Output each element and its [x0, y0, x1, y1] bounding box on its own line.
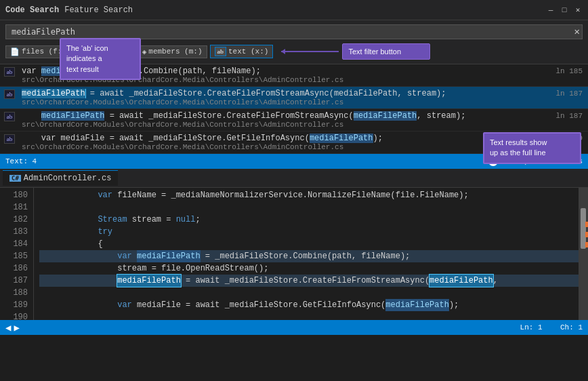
result-line-num: ln 187 — [550, 109, 588, 131]
result-icon-wrapper: ab — [0, 64, 19, 86]
editor-tab[interactable]: C# AdminController.cs — [3, 170, 118, 186]
result-path: src\OrchardCore.Modules\OrchardCore.Medi… — [22, 98, 547, 106]
line-number: 187 — [0, 275, 28, 287]
filter-members[interactable]: ◈ members (m:) — [138, 45, 207, 58]
result-code-line: var mediaFile = await _mediaFileStore.Ge… — [22, 134, 547, 143]
member-icon: ◈ — [142, 47, 147, 56]
title-code-search: Code Search — [5, 5, 59, 15]
line-number: 185 — [0, 250, 28, 262]
code-line: { — [39, 238, 579, 250]
result-code-line: mediaFilePath = await _mediaFileStore.Cr… — [22, 111, 547, 121]
filter-text-label: text (x:) — [228, 47, 268, 56]
ab-icon: ab — [215, 47, 227, 56]
line-number: 186 — [0, 262, 28, 275]
line-number: 181 — [0, 201, 28, 214]
highlight-match: mediaFilePath — [41, 111, 105, 121]
code-line — [39, 201, 579, 214]
text-results-callout: Text results showup as the full line — [483, 132, 581, 164]
scrollbar-highlight — [585, 222, 588, 227]
search-results-area: ✕ 📄 files (f:) ⊡ types (t:) ◈ members (m… — [0, 20, 588, 154]
minimize-button[interactable]: — — [546, 5, 555, 15]
highlight-187-b: mediaFilePath — [429, 275, 493, 287]
file-icon: 📄 — [10, 47, 20, 56]
result-content: var mediaFile = await _mediaFileStore.Ge… — [19, 132, 550, 153]
line-number: 189 — [0, 299, 28, 311]
next-button[interactable]: ▶ — [14, 322, 19, 334]
result-ab-icon: ab — [4, 134, 16, 144]
editor-footer: ◀ ▶ Ln: 1 Ch: 1 — [0, 320, 588, 335]
title-bar-controls: — □ ✕ — [546, 5, 583, 15]
result-item[interactable]: ab mediaFilePath = await _mediaFileStore… — [0, 109, 588, 132]
code-line: var fileName = _mediaNameNormalizerServi… — [39, 189, 579, 201]
result-ab-icon: ab — [4, 112, 16, 121]
text-count: Text: 4 — [5, 157, 37, 165]
filter-text[interactable]: ab text (x:) — [210, 45, 274, 58]
line-number: 183▼ — [0, 226, 28, 238]
cursor-position: Ln: 1 Ch: 1 — [520, 323, 583, 332]
scrollbar-highlight-3 — [585, 242, 588, 247]
result-content: mediaFilePath = await _mediaFileStore.Cr… — [19, 109, 550, 131]
line-indicator: Ln: 1 — [520, 323, 543, 332]
text-filter-callout-connector: Text filter button — [281, 43, 430, 60]
result-line-num: ln 187 — [550, 87, 588, 108]
search-input[interactable] — [5, 24, 583, 39]
svg-marker-1 — [281, 49, 285, 54]
code-line-187: mediaFilePath = await _mediaFileStore.Cr… — [39, 275, 579, 287]
result-ab-icon: ab — [4, 67, 16, 77]
main-container: Code Search Feature Search — □ ✕ ✕ 📄 fil… — [0, 0, 588, 381]
filter-members-label: members (m:) — [148, 47, 202, 56]
code-line: Stream stream = null; — [39, 214, 579, 226]
restore-button[interactable]: □ — [560, 5, 569, 15]
result-icon-wrapper: ab — [0, 132, 19, 153]
code-line: stream = file.OpenReadStream(); — [39, 262, 579, 275]
highlight-selected-match: mediaFilePath — [22, 89, 85, 98]
arrow-svg — [281, 45, 342, 58]
line-number: 190 — [0, 311, 28, 320]
editor-scrollbar[interactable] — [579, 188, 588, 320]
char-indicator: Ch: 1 — [560, 323, 583, 332]
result-ab-icon: ab — [4, 89, 16, 99]
editor-tab-filename: AdminController.cs — [24, 174, 112, 183]
highlight-185: mediaFilePath — [137, 250, 201, 262]
result-path: src\OrchardCore.Modules\OrchardCore.Medi… — [22, 143, 547, 151]
result-path: src\OrchardCore.Modules\OrchardCore.Medi… — [22, 121, 547, 129]
editor-body: 180 181 182 183▼ 184 185 186 187 188 189… — [0, 188, 588, 320]
result-item[interactable]: ab mediaFilePath = await _mediaFileStore… — [0, 87, 588, 109]
highlight-187-a: mediaFilePath — [117, 275, 181, 287]
status-left: Text: 4 — [5, 157, 37, 165]
line-numbers: 180 181 182 183▼ 184 185 186 187 188 189… — [0, 188, 34, 320]
clear-search-button[interactable]: ✕ — [574, 27, 580, 37]
result-code-line: mediaFilePath = await _mediaFileStore.Cr… — [22, 89, 547, 98]
footer-nav: ◀ ▶ — [5, 322, 20, 334]
prev-button[interactable]: ◀ — [5, 322, 11, 334]
scrollbar-highlight-2 — [585, 232, 588, 237]
editor-tab-bar: C# AdminController.cs — [0, 169, 588, 188]
line-number: 182 — [0, 214, 28, 226]
code-content: var fileName = _mediaNameNormalizerServi… — [34, 188, 579, 320]
code-line — [39, 311, 579, 320]
code-line — [39, 287, 579, 299]
text-filter-callout: Text filter button — [342, 43, 430, 60]
highlight-match: mediaFilePath — [354, 111, 417, 121]
close-button[interactable]: ✕ — [573, 5, 583, 15]
result-icon-wrapper: ab — [0, 87, 19, 108]
highlight-189: mediaFilePath — [385, 299, 449, 311]
result-line-num: ln 185 — [550, 64, 588, 86]
code-line: try — [39, 226, 579, 238]
search-row: ✕ — [5, 24, 583, 39]
title-feature-search: Feature Search — [64, 5, 133, 15]
line-number: 188 — [0, 287, 28, 299]
title-bar: Code Search Feature Search — □ ✕ — [0, 0, 588, 20]
result-content: mediaFilePath = await _mediaFileStore.Cr… — [19, 87, 550, 108]
line-number: 180 — [0, 189, 28, 201]
result-icon-wrapper: ab — [0, 109, 19, 131]
code-line-189: var mediaFile = await _mediaFileStore.Ge… — [39, 299, 579, 311]
search-input-wrapper: ✕ — [5, 24, 583, 39]
ab-callout: The 'ab' iconindicates atext result — [60, 38, 141, 80]
code-line-185: var mediaFilePath = _mediaFileStore.Comb… — [39, 250, 579, 262]
cs-badge: C# — [9, 175, 21, 182]
line-number: 184 — [0, 238, 28, 250]
highlight-match: mediaFilePath — [310, 134, 373, 143]
